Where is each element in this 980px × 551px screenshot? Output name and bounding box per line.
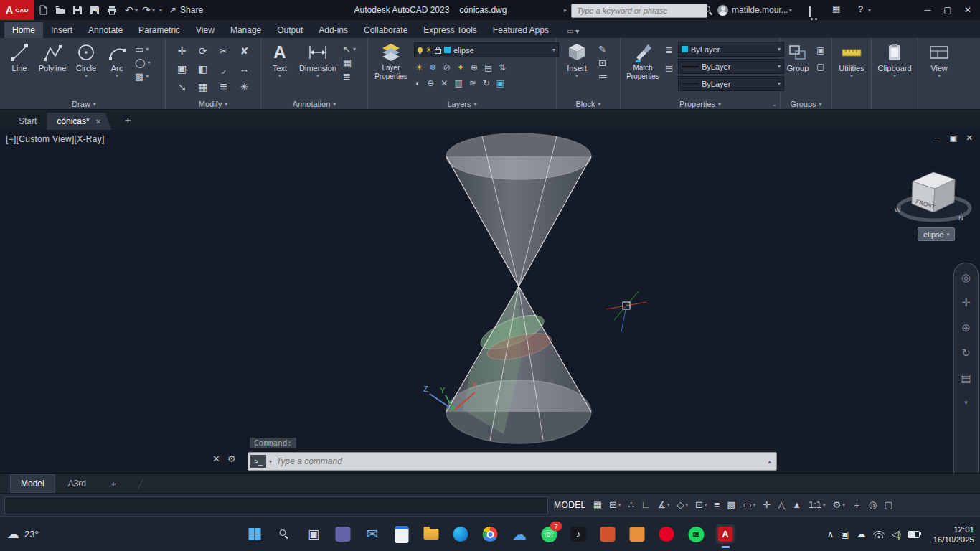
layer-state-icon[interactable]: ≋ [469,78,476,88]
taskbar-autocad-button[interactable]: A [716,524,735,544]
properties-list-icon[interactable]: ≣ [665,45,673,55]
autodesk-app-icon[interactable]: ▦ [832,4,840,14]
annotation-autoscale-toggle[interactable]: ▲ [789,499,804,512]
measure-button[interactable]: Utilities ▾ [834,40,870,79]
view-button[interactable]: View ▾ [920,40,958,79]
annotation-panel-label[interactable]: Annotation▾ [261,100,367,108]
ribbon-tab-annotate[interactable]: Annotate [80,22,131,38]
erase-icon[interactable]: ✘ [234,42,255,60]
layer-match-icon[interactable]: ▤ [484,62,492,72]
offset-icon[interactable]: ≣ [213,77,234,95]
tray-battery-icon[interactable] [908,531,920,538]
taskbar-calendar-button[interactable] [392,524,412,544]
command-input[interactable] [275,456,765,467]
define-attribute-tool[interactable]: ≔ [598,71,608,82]
file-tab-start[interactable]: Start [9,113,47,130]
navigation-bar[interactable]: ◎ ✛ ⊕ ↻ ▤ ▾ [953,263,979,473]
insert-button[interactable]: Insert ▾ [560,40,594,79]
close-button[interactable]: ✕ [960,2,976,18]
snap-toggle[interactable]: ⊞▾ [606,499,623,512]
qat-customize-icon[interactable]: ▾ [159,7,162,14]
help-search[interactable] [571,4,707,18]
linetype-dropdown[interactable]: ByLayer ▾ [678,76,784,91]
isodraft-toggle[interactable]: ◇▾ [674,499,692,512]
object-snap-toggle[interactable]: ⊡▾ [692,499,710,512]
group-button[interactable]: Group [782,40,814,72]
viewport-minimize-icon[interactable]: ─ [935,133,941,143]
polar-tracking-toggle[interactable]: ∡▾ [654,499,672,512]
clean-screen-button[interactable]: ▢ [881,499,895,512]
insert-dropdown-icon[interactable]: ▾ [575,72,578,79]
search-input[interactable] [575,6,703,16]
new-file-icon[interactable] [34,2,52,18]
text-dropdown-icon[interactable]: ▾ [278,72,281,79]
viewport-close-icon[interactable]: ✕ [966,133,973,143]
layer-dropdown[interactable]: ☀ elipse ▾ [414,42,559,57]
gizmo-toggle[interactable]: ✛ [760,499,773,512]
lineweight-toggle[interactable]: ≡ [712,499,723,512]
taskbar-clock[interactable]: 12:01 16/10/2025 [933,517,974,551]
taskbar-edge-button[interactable] [451,524,471,544]
maximize-button[interactable]: ▢ [940,2,956,18]
layer-restore-icon[interactable]: ↻ [483,78,490,88]
ribbon-tab-collaborate[interactable]: Collaborate [356,22,415,38]
viewport-controls[interactable]: [−][Custom View][X-Ray] [6,134,105,144]
taskbar-tiktok-button[interactable]: ♪ [569,524,588,544]
properties-dialog-launcher-icon[interactable]: ⌄ [771,100,777,108]
taskbar-app-purple[interactable] [334,524,353,544]
object-isolate-button[interactable]: ◎ [866,499,880,512]
rectangle-tool[interactable]: ▭▾ [135,44,151,55]
drawing-viewport[interactable]: Z Y X FRONT W N [−][Custom View][X-Ray] … [0,129,980,473]
layout-tab-a3rd[interactable]: A3rd [58,475,96,492]
save-icon[interactable] [69,2,86,18]
showmotion-icon[interactable]: ▤ [961,372,971,383]
taskbar-spotify-button[interactable]: ≋ [687,524,706,544]
command-customize-wrench-icon[interactable]: ⚙ [227,453,236,464]
ribbon-tab-featured-apps[interactable]: Featured Apps [485,22,557,38]
scale-icon[interactable]: ↘ [171,77,192,95]
tray-wifi-icon[interactable] [873,530,885,538]
ellipse-tool[interactable]: ◯▾ [135,57,151,68]
layer-walk-icon[interactable]: ◐ [415,78,420,88]
app-store-cart-icon[interactable] [809,6,811,17]
transparency-toggle[interactable]: ▩ [724,499,738,512]
array-icon[interactable]: ▦ [192,77,213,95]
new-drawing-tab-button[interactable]: ＋ [118,111,137,130]
annotation-more-tool[interactable]: ≣ [343,71,356,82]
viewcube[interactable]: FRONT W N [895,172,970,222]
table-tool[interactable]: ▦ [343,57,356,68]
taskbar-chrome-button[interactable] [481,524,500,544]
fillet-icon[interactable]: ◞ [213,60,234,77]
edit-attribute-tool[interactable]: ✎ [598,44,608,55]
taskbar-pinterest-button[interactable] [657,524,677,544]
properties-panel-label[interactable]: Properties▾ ⌄ [621,100,780,108]
layer-freeze-icon[interactable]: ❄ [430,62,437,72]
taskbar-powerpoint-button[interactable] [598,524,618,544]
polyline-button[interactable]: Polyline [36,40,69,72]
layers-panel-label[interactable]: Layers▾ [368,100,556,108]
ribbon-tab-addins[interactable]: Add-ins [311,22,356,38]
taskbar-task-view-button[interactable]: ▣ [304,524,324,544]
pan-icon[interactable]: ✛ [961,297,971,308]
layer-unisolate-icon[interactable]: ✦ [457,62,464,72]
autocad-logo[interactable]: A CAD [0,0,34,20]
paste-button[interactable]: Clipboard ▾ [873,40,916,79]
open-file-icon[interactable] [52,2,69,18]
circle-button[interactable]: Circle ▾ [70,40,102,79]
command-close-icon[interactable]: ✕ [212,453,220,464]
layer-merge-icon[interactable]: ▥ [454,78,462,88]
ribbon-tab-home[interactable]: Home [4,22,43,38]
tray-hidden-icons-chevron[interactable]: ∧ [827,529,834,540]
text-button[interactable]: A Text ▾ [265,40,294,79]
draw-panel-label[interactable]: Draw▾ [3,100,165,108]
share-button[interactable]: ↗ Share [169,5,203,15]
layer-off-icon[interactable]: ☀ [415,62,423,72]
zoom-icon[interactable]: ⊕ [961,322,971,333]
create-block-tool[interactable]: ⊡ [598,57,608,68]
recent-commands-icon[interactable]: ▾ [269,458,272,465]
ribbon-collapse-button[interactable]: ▭▾ [562,24,583,38]
file-tab-conicas[interactable]: cónicas* ✕ [47,113,111,130]
drawing-canvas[interactable]: Z Y X FRONT W N [0,129,980,473]
layer-previous-icon[interactable]: ⇅ [499,62,506,72]
search-scope-icon[interactable]: ▸ [564,6,567,14]
